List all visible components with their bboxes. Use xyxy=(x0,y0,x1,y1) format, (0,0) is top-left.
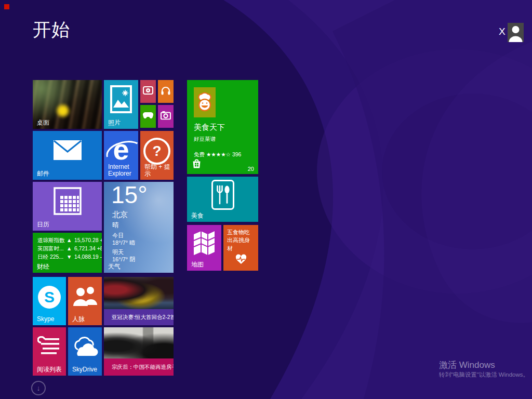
tile-label: 人脉 xyxy=(72,316,85,323)
stock-row: 日经 225...▼ 14,088.19 -398.22 xyxy=(37,253,102,261)
tile-skype[interactable]: S Skype xyxy=(33,277,66,325)
tile-food-app[interactable]: 美食天下 好豆菜谱 免费 ★★★★☆ 396 20 xyxy=(187,80,258,174)
calendar-icon xyxy=(54,187,82,217)
activate-windows-title: 激活 Windows xyxy=(439,359,495,371)
tile-reading-list[interactable]: 阅读列表 xyxy=(33,327,66,376)
user-name: X xyxy=(499,26,506,37)
reading-list-icon xyxy=(37,336,61,359)
user-avatar[interactable] xyxy=(508,23,524,42)
stars: ★★★★☆ xyxy=(206,151,231,157)
tile-label: 帮助 + 提示 xyxy=(144,164,174,177)
tile-photos[interactable]: 照片 xyxy=(104,80,138,129)
tile-label: 阅读列表 xyxy=(37,366,62,373)
tile-label: 桌面 xyxy=(37,119,49,126)
food-app-subtitle: 好豆菜谱 xyxy=(194,136,216,143)
weather-city: 北京 xyxy=(112,210,128,220)
heart-pulse-icon xyxy=(235,254,247,267)
question-mark-icon: ? xyxy=(143,138,170,165)
tile-label: 财经 xyxy=(37,263,49,270)
tile-weather[interactable]: 15° 北京 晴 今日 18°/7° 晴 明天 16°/7° 阴 天气 xyxy=(104,182,174,273)
weather-tomorrow-forecast: 16°/7° 阴 xyxy=(112,256,135,263)
tile-finance[interactable]: 道琼斯指数▲ 15,570.28 +61.07 英国富时...▲ 6,721.3… xyxy=(33,233,102,273)
tile-calendar[interactable]: 日历 xyxy=(33,182,102,231)
tile-mail[interactable]: 邮件 xyxy=(33,131,102,180)
tile-food[interactable]: 美食 xyxy=(187,177,258,222)
people-icon xyxy=(72,286,98,308)
down-arrow-icon: ↓ xyxy=(37,384,41,392)
health-headline: 五食物吃出高挑身材 xyxy=(227,229,255,252)
tile-people[interactable]: 人脉 xyxy=(68,277,102,325)
stock-row: 英国富时...▲ 6,721.34 +8.16 xyxy=(37,245,102,253)
tile-label: 照片 xyxy=(108,119,121,126)
food-app-icon xyxy=(194,87,216,117)
tile-label: 美食 xyxy=(191,212,204,219)
tile-music[interactable] xyxy=(158,80,174,103)
tile-help-tips[interactable]: ? 帮助 + 提示 xyxy=(140,131,174,180)
mail-envelope-icon xyxy=(54,140,82,162)
tile-sports[interactable]: 亚冠决赛:恒大首回合2-2首尔 xyxy=(104,277,174,325)
tile-camera[interactable] xyxy=(158,105,174,128)
cloud-icon xyxy=(71,336,100,359)
tile-label: Internet Explorer xyxy=(108,164,135,177)
fork-spoon-icon xyxy=(211,180,234,212)
tile-news[interactable]: 宗庆后：中国不能再造房子了 xyxy=(104,327,174,376)
sports-headline-bar: 亚冠决赛:恒大首回合2-2首尔 xyxy=(104,309,174,325)
news-headline: 宗庆后：中国不能再造房子了 xyxy=(112,364,174,371)
activate-windows-subtitle: 转到"电脑设置"以激活 Windows。 xyxy=(439,371,529,379)
xbox-controller-icon xyxy=(142,112,154,121)
weather-condition: 晴 xyxy=(112,221,119,230)
person-icon xyxy=(508,23,524,42)
tile-desktop[interactable]: 桌面 xyxy=(33,80,102,129)
stock-row: 道琼斯指数▲ 15,570.28 +61.07 xyxy=(37,236,102,245)
tile-games[interactable] xyxy=(140,105,156,128)
tile-badge-count: 20 xyxy=(248,166,254,172)
tile-label: 日历 xyxy=(37,221,49,228)
tile-label: 邮件 xyxy=(37,170,49,177)
tile-label: Skype xyxy=(37,316,54,323)
sports-headline: 亚冠决赛:恒大首回合2-2首尔 xyxy=(112,314,174,321)
start-screen: 开始 X 桌面 照片 xyxy=(0,0,532,399)
all-apps-button[interactable]: ↓ xyxy=(31,381,46,395)
tile-skydrive[interactable]: SkyDrive xyxy=(68,327,102,376)
tile-label: 天气 xyxy=(108,263,121,270)
tile-health[interactable]: 五食物吃出高挑身材 xyxy=(223,225,258,271)
video-icon xyxy=(143,86,153,97)
camera-icon xyxy=(161,111,171,122)
food-app-rating: 免费 ★★★★☆ 396 xyxy=(194,151,241,158)
stock-list: 道琼斯指数▲ 15,570.28 +61.07 英国富时...▲ 6,721.3… xyxy=(37,236,102,261)
weather-today-forecast: 18°/7° 晴 xyxy=(112,239,135,247)
tile-maps[interactable]: 地图 xyxy=(187,225,221,271)
news-photo xyxy=(104,327,174,358)
food-app-title: 美食天下 xyxy=(194,123,225,132)
weather-temperature: 15° xyxy=(111,182,148,209)
headphones-icon xyxy=(161,86,171,97)
news-headline-bar: 宗庆后：中国不能再造房子了 xyxy=(104,358,174,376)
store-icon xyxy=(192,158,201,170)
tile-video[interactable] xyxy=(140,80,156,103)
tile-label: 地图 xyxy=(191,261,204,268)
map-icon xyxy=(192,230,217,259)
sports-photo xyxy=(104,277,174,309)
capture-marker xyxy=(4,4,9,9)
weather-tomorrow-label: 明天 xyxy=(112,248,124,256)
skype-logo-icon: S xyxy=(38,286,61,309)
photos-icon xyxy=(110,85,132,115)
weather-today-label: 今日 xyxy=(112,232,124,240)
tile-label: SkyDrive xyxy=(72,366,97,373)
ie-logo-icon: e xyxy=(113,135,129,164)
page-title: 开始 xyxy=(33,18,70,42)
tile-internet-explorer[interactable]: e Internet Explorer xyxy=(104,131,138,180)
